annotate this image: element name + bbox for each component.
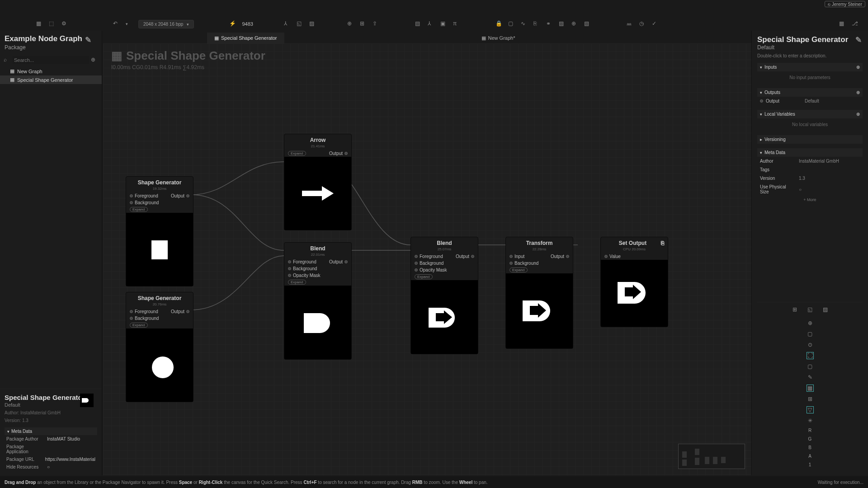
add-panel-icon[interactable]: ⊞: [360, 20, 367, 28]
add-input-icon[interactable]: [856, 65, 860, 70]
add-icon[interactable]: ⊕: [347, 20, 354, 28]
flow-icon[interactable]: π: [453, 20, 460, 28]
layers-icon[interactable]: ▧: [584, 20, 591, 28]
target-tool-icon[interactable]: ⊙: [807, 341, 814, 348]
resolution-select[interactable]: 2048 x 2048 16 bpp: [138, 20, 194, 28]
edit-inspector-icon[interactable]: [855, 35, 863, 42]
add-graph-icon[interactable]: ⊕: [91, 56, 98, 64]
tree-item-special-shape[interactable]: ▦ Special Shape Generator: [0, 75, 102, 84]
nodes-icon[interactable]: ⅏: [627, 20, 634, 28]
tree-item-new-graph[interactable]: ▦ New Graph: [0, 67, 102, 75]
gear-icon[interactable]: ⚙: [61, 20, 69, 28]
timer-icon[interactable]: ◷: [639, 20, 646, 28]
node-arrow[interactable]: Arrow 21.41ms ExpandOutput: [284, 134, 352, 230]
inspector-desc[interactable]: Double-click to enter a description.: [757, 53, 863, 58]
package-panel: Example Node Graph Package ⊕ ▦ New Graph…: [0, 31, 102, 475]
expand-button[interactable]: Expand: [130, 323, 148, 328]
selected-title: Special Shape Generator: [5, 394, 97, 401]
output-row[interactable]: OutputDefault: [757, 97, 863, 105]
section-locals-header[interactable]: Local Variables: [757, 110, 863, 118]
add-view-icon[interactable]: ⊕: [807, 319, 814, 327]
table-icon[interactable]: ▤: [415, 20, 422, 28]
user-badge[interactable]: ⎋ Jeremy Steiner: [825, 1, 865, 7]
pic-icon[interactable]: ▨: [559, 20, 566, 28]
package-title: Example Node Graph: [5, 34, 97, 43]
package-subtitle: Package: [5, 44, 97, 51]
node-canvas[interactable]: ▦ Special Shape Generator I0.00ms CG0.01…: [103, 43, 751, 475]
section-outputs-header[interactable]: Outputs: [757, 88, 863, 97]
section-metadata-header[interactable]: Meta Data: [757, 148, 863, 157]
add-tool-icon[interactable]: ⊞: [791, 306, 798, 313]
inspector-panel: Special Shape Generator Default Double-c…: [751, 31, 868, 475]
channel-1[interactable]: 1: [809, 462, 811, 467]
node-transform[interactable]: Transform 22.28ms InputOutput Background…: [505, 237, 573, 349]
perf-icon[interactable]: ⚡: [229, 20, 236, 28]
selected-thumb: [80, 394, 94, 407]
rect-tool-icon[interactable]: ▢: [807, 330, 814, 338]
settings-tool-icon[interactable]: ✳: [807, 417, 814, 424]
status-bar: Drag and Drop an object from the Library…: [0, 476, 868, 488]
box-icon[interactable]: ▢: [508, 20, 515, 28]
search-icon: [4, 56, 11, 64]
media-icon[interactable]: ▣: [440, 20, 448, 28]
add-output-icon[interactable]: [856, 90, 860, 95]
channel-r[interactable]: R: [808, 428, 811, 433]
globe-icon[interactable]: ⊕: [571, 20, 579, 28]
graph-icon[interactable]: ⅄: [284, 20, 291, 28]
svg-rect-4: [695, 449, 699, 455]
inspector-icon[interactable]: ▦: [839, 20, 846, 28]
tree-icon[interactable]: ⅄: [428, 20, 435, 28]
more-button[interactable]: + More: [757, 196, 863, 203]
filter-tool-icon[interactable]: ▽: [807, 406, 814, 413]
outline-tool-icon[interactable]: ▢: [807, 363, 814, 370]
node-blend-2[interactable]: Blend 25.07ms ForegroundOutput Backgroun…: [410, 237, 478, 354]
edit-title-icon[interactable]: [85, 35, 92, 42]
section-inputs-header[interactable]: Inputs: [757, 63, 863, 71]
link-icon[interactable]: ⎘: [533, 20, 541, 28]
meta-data-header[interactable]: Meta Data: [5, 427, 97, 435]
channel-g[interactable]: G: [808, 436, 812, 441]
lock-icon[interactable]: 🔒: [495, 20, 503, 28]
minimap[interactable]: [678, 444, 745, 469]
svg-rect-0: [151, 240, 168, 259]
tab-special-shape[interactable]: ▦ Special Shape Generator: [207, 33, 284, 43]
svg-point-1: [152, 357, 174, 378]
graph-tabs: ▦ Special Shape Generator ▦ New Graph*: [103, 33, 751, 43]
channel-b[interactable]: B: [808, 445, 811, 450]
tab-new-graph[interactable]: ▦ New Graph*: [474, 33, 523, 43]
expand-button[interactable]: Expand: [130, 207, 148, 212]
share-icon[interactable]: ⇪: [373, 20, 380, 28]
output-icon: ⎘: [661, 240, 664, 246]
grid-tool-icon[interactable]: ▦: [807, 385, 814, 392]
chain-icon[interactable]: ⚭: [546, 20, 553, 28]
channel-a[interactable]: A: [808, 454, 811, 459]
canvas-stats: I0.00ms CG0.01ms R4.91ms ∑4.92ms: [111, 64, 204, 70]
fps-counter: 9483: [242, 21, 253, 27]
image-icon[interactable]: ▨: [309, 20, 316, 28]
focus-tool-icon[interactable]: ⛶: [807, 352, 814, 359]
undo-icon[interactable]: ↶: [113, 20, 120, 28]
node-set-output[interactable]: Set Output⎘ CPU 20.09ms Value: [600, 237, 668, 327]
cube-tool-icon[interactable]: ◱: [807, 306, 814, 313]
add-local-icon[interactable]: [856, 112, 860, 117]
grid2-tool-icon[interactable]: ⊞: [807, 395, 814, 403]
canvas-title: ▦ Special Shape Generator: [111, 49, 265, 63]
wave-icon[interactable]: ∿: [521, 20, 528, 28]
inspector-sub: Default: [757, 44, 863, 51]
section-versioning-header[interactable]: ▸Versioning: [757, 135, 863, 144]
history-dropdown-icon[interactable]: [126, 20, 133, 28]
svg-rect-6: [705, 457, 709, 464]
panel-icon[interactable]: ▦: [36, 20, 43, 28]
cube-icon[interactable]: ◱: [297, 20, 304, 28]
node-blend-1[interactable]: Blend 22.01ms ForegroundOutput Backgroun…: [284, 242, 352, 360]
window-icon[interactable]: ⬚: [49, 20, 56, 28]
node-shape-generator-1[interactable]: Shape Generator 19.32ms ForegroundOutput…: [126, 176, 193, 286]
image-tool-icon[interactable]: ▨: [822, 306, 829, 313]
svg-rect-3: [682, 460, 687, 466]
tool-icon[interactable]: ⎇: [852, 20, 859, 28]
search-input[interactable]: [13, 56, 89, 64]
node-shape-generator-2[interactable]: Shape Generator 20.76ms ForegroundOutput…: [126, 292, 193, 402]
svg-rect-7: [713, 457, 717, 464]
pen-tool-icon[interactable]: ✎: [807, 374, 814, 381]
check-icon[interactable]: ✓: [652, 20, 659, 28]
